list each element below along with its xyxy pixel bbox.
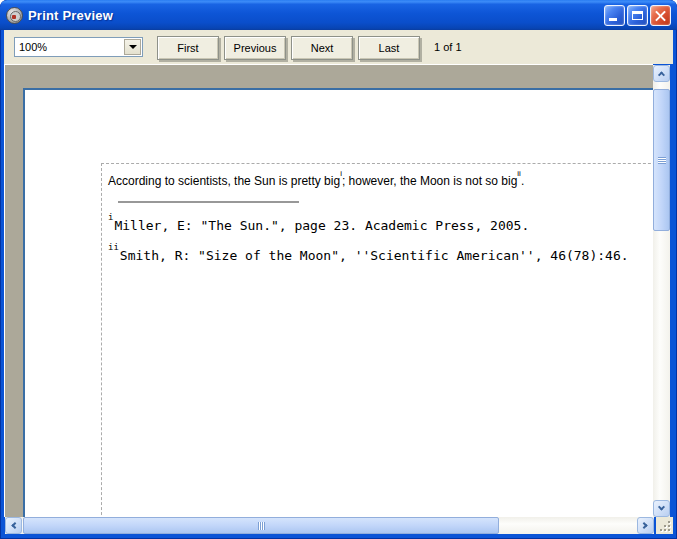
horizontal-scrollbar-thumb[interactable]: [23, 517, 499, 534]
window-controls: [604, 5, 671, 26]
page-indicator: 1 of 1: [434, 41, 462, 53]
document-body-text: According to scientists, the Sun is pret…: [108, 170, 653, 189]
body-text-start: According to scientists, the Sun is pret…: [108, 174, 340, 188]
footnote-reference-2: ii: [517, 169, 521, 178]
chevron-down-icon: [658, 504, 665, 511]
minimize-icon: [609, 18, 617, 21]
titlebar[interactable]: Print Preview: [0, 0, 677, 30]
next-page-button[interactable]: Next: [291, 36, 353, 60]
footnote-marker-1: i: [108, 212, 113, 222]
resize-grip[interactable]: [656, 517, 673, 534]
scroll-up-button[interactable]: [653, 65, 670, 82]
footnotes-list: iMiller, E: "The Sun.", page 23. Academi…: [108, 209, 653, 270]
scroll-down-button[interactable]: [653, 500, 670, 517]
zoom-dropdown-button[interactable]: [124, 39, 141, 55]
toolbar: 100% First Previous Next Last 1 of 1: [4, 30, 673, 64]
scroll-right-button[interactable]: [637, 517, 654, 534]
close-icon: [655, 10, 666, 21]
footnote-text-1: Miller, E: "The Sun.", page 23. Academic…: [114, 218, 529, 233]
footnote-item: iiSmith, R: "Size of the Moon", ''Scient…: [108, 239, 653, 269]
chevron-left-icon: [11, 522, 18, 529]
preview-workspace: According to scientists, the Sun is pret…: [4, 64, 653, 517]
resize-grip-icon: [668, 529, 670, 531]
footnote-item: iMiller, E: "The Sun.", page 23. Academi…: [108, 209, 653, 239]
maximize-button[interactable]: [627, 5, 648, 26]
close-button[interactable]: [650, 5, 671, 26]
last-page-button[interactable]: Last: [358, 36, 420, 60]
chevron-up-icon: [658, 71, 665, 78]
chevron-down-icon: [129, 45, 137, 53]
minimize-button[interactable]: [604, 5, 625, 26]
scrollbar-grip-icon: [658, 157, 666, 164]
zoom-value: 100%: [19, 41, 47, 53]
maximize-icon: [632, 11, 643, 20]
preview-page: According to scientists, the Sun is pret…: [23, 88, 653, 517]
vertical-scrollbar[interactable]: [653, 65, 670, 517]
body-text-end: .: [521, 174, 524, 188]
first-page-button[interactable]: First: [157, 36, 219, 60]
body-text-middle: ; however, the Moon is not so big: [342, 174, 517, 188]
vertical-scrollbar-thumb[interactable]: [653, 89, 670, 231]
horizontal-scrollbar[interactable]: [5, 517, 654, 534]
scrollbar-grip-icon: [258, 522, 265, 530]
footnote-reference-1: i: [340, 169, 342, 178]
app-icon: [6, 7, 23, 24]
printable-area-boundary: According to scientists, the Sun is pret…: [101, 163, 653, 517]
window-title: Print Preview: [28, 8, 604, 23]
footnote-separator-line: [118, 201, 299, 203]
previous-page-button[interactable]: Previous: [224, 36, 286, 60]
footnote-text-2: Smith, R: "Size of the Moon", ''Scientif…: [120, 249, 629, 264]
chevron-right-icon: [641, 522, 648, 529]
scroll-left-button[interactable]: [5, 517, 22, 534]
print-preview-window: Print Preview 100% First Previous Next L…: [0, 0, 677, 539]
footnote-marker-2: ii: [108, 242, 119, 252]
zoom-select[interactable]: 100%: [14, 37, 143, 57]
